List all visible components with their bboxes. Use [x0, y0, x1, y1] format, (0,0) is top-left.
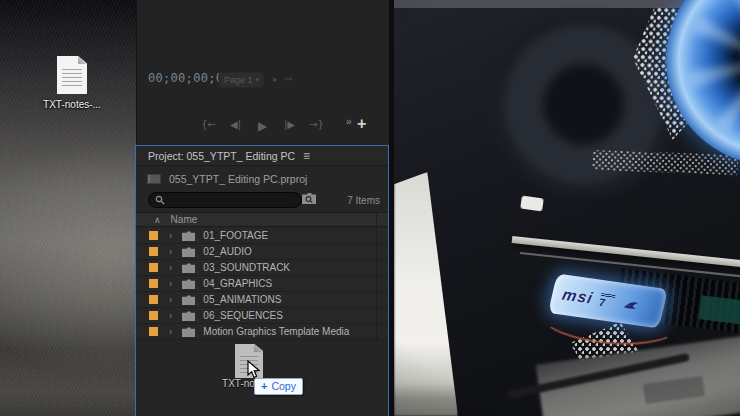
label-color-swatch[interactable]: [149, 231, 158, 240]
label-color-swatch[interactable]: [149, 295, 158, 304]
step-back-button[interactable]: ◀|: [226, 119, 245, 133]
bin-name: 04_GRAPHICS: [203, 278, 272, 289]
case-floor: [536, 336, 740, 416]
go-to-in-button[interactable]: {←: [199, 119, 218, 133]
bin-name: Motion Graphics Template Media: [203, 326, 349, 337]
folder-icon: [182, 247, 195, 257]
bin-row-05-animations[interactable]: › 05_ANIMATIONS: [136, 292, 388, 308]
bin-name: 05_ANIMATIONS: [203, 294, 281, 305]
bin-row-01-footage[interactable]: › 01_FOOTAGE: [136, 228, 388, 244]
overflow-chevron-icon[interactable]: »: [346, 116, 352, 127]
msi-series-block: 7: [598, 292, 615, 309]
play-button[interactable]: ▶: [253, 119, 272, 133]
column-divider[interactable]: [376, 212, 377, 340]
items-count: 7 Items: [347, 195, 380, 206]
chevron-right-icon[interactable]: ›: [169, 230, 172, 241]
search-icon: [155, 195, 165, 205]
bin-name: 03_SOUNDTRACK: [203, 262, 290, 273]
chevron-right-icon[interactable]: ›: [169, 326, 172, 337]
msi-series-number: 7: [598, 296, 607, 308]
mouse-cursor-icon: [247, 360, 260, 383]
panel-tab-bar: Project: 055_YTPT_ Editing PC ≡: [136, 146, 388, 166]
screenshot-root: TXT-notes-... 00;00;00;00 Page 1 ▾ ▸ ↦ {…: [0, 0, 740, 416]
project-tab[interactable]: Project: 055_YTPT_ Editing PC: [148, 150, 295, 162]
panel-menu-icon[interactable]: ≡: [303, 149, 310, 163]
sort-ascending-icon[interactable]: ∧: [154, 215, 161, 225]
bin-row-03-soundtrack[interactable]: › 03_SOUNDTRACK: [136, 260, 388, 276]
chevron-right-icon[interactable]: ›: [169, 294, 172, 305]
folder-icon: [182, 279, 195, 289]
chevron-right-icon[interactable]: ›: [169, 278, 172, 289]
resolution-dropdown-label: Page 1: [224, 75, 253, 85]
label-color-swatch[interactable]: [149, 327, 158, 336]
project-file-icon: [147, 174, 161, 184]
copy-action-label: Copy: [271, 381, 296, 392]
go-to-out-button[interactable]: →}: [307, 119, 326, 133]
blue-led-fan: [666, 0, 740, 165]
folder-icon: [182, 311, 195, 321]
label-color-swatch[interactable]: [149, 263, 158, 272]
chevron-right-icon[interactable]: ›: [169, 262, 172, 273]
text-file-icon: [57, 56, 87, 94]
play-marker-icon[interactable]: ▸: [273, 74, 278, 84]
breadcrumb-label: 055_YTPT_ Editing PC.prproj: [169, 173, 307, 185]
loop-icon[interactable]: ↦: [285, 74, 293, 84]
resolution-dropdown[interactable]: Page 1 ▾: [219, 72, 264, 88]
chevron-down-icon: ▾: [256, 76, 260, 84]
bin-name: 06_SEQUENCES: [203, 310, 282, 321]
desktop-file-label: TXT-notes-...: [40, 99, 104, 110]
button-editor-plus[interactable]: +: [357, 115, 366, 133]
step-forward-button[interactable]: |▶: [280, 119, 299, 133]
breadcrumb[interactable]: 055_YTPT_ Editing PC.prproj: [147, 173, 307, 185]
program-monitor-panel: 00;00;00;00 Page 1 ▾ ▸ ↦ {← ◀| ▶ |▶ →} »…: [136, 0, 390, 145]
background-wall: [394, 172, 458, 416]
label-color-swatch[interactable]: [149, 247, 158, 256]
chevron-right-icon[interactable]: ›: [169, 246, 172, 257]
project-panel: Project: 055_YTPT_ Editing PC ≡ 055_YTPT…: [135, 145, 389, 416]
desktop-file-txt-notes[interactable]: TXT-notes-...: [40, 56, 104, 110]
bin-name: 02_AUDIO: [203, 246, 251, 257]
plus-icon: +: [261, 381, 267, 392]
bin-row-04-graphics[interactable]: › 04_GRAPHICS: [136, 276, 388, 292]
bin-name: 01_FOOTAGE: [203, 230, 268, 241]
folder-icon: [182, 327, 195, 337]
search-input[interactable]: [148, 192, 302, 208]
msi-dragon-icon: [621, 298, 645, 312]
bin-row-02-audio[interactable]: › 02_AUDIO: [136, 244, 388, 260]
msi-logo-text: msi: [560, 286, 594, 308]
bin-row-06-sequences[interactable]: › 06_SEQUENCES: [136, 308, 388, 324]
bin-row-motion-graphics[interactable]: › Motion Graphics Template Media: [136, 324, 388, 340]
label-color-swatch[interactable]: [149, 279, 158, 288]
transport-controls: {← ◀| ▶ |▶ →}: [199, 119, 326, 133]
folder-icon: [182, 263, 195, 273]
pc-case-photo: msi 7: [394, 0, 740, 416]
bin-search-icon[interactable]: [301, 191, 317, 204]
list-column-header[interactable]: ∧ Name: [136, 212, 388, 227]
label-color-swatch[interactable]: [149, 311, 158, 320]
chevron-right-icon[interactable]: ›: [169, 310, 172, 321]
page-fold-icon: [78, 56, 87, 64]
copy-drop-tooltip: + Copy: [254, 378, 303, 395]
thumbscrew-slot: [520, 196, 544, 212]
page-fold-icon: [254, 344, 263, 352]
folder-icon: [182, 231, 195, 241]
bin-list: › 01_FOOTAGE › 02_AUDIO › 03_SOUNDTRACK …: [136, 228, 388, 340]
folder-icon: [182, 295, 195, 305]
name-column-header[interactable]: Name: [171, 214, 198, 225]
